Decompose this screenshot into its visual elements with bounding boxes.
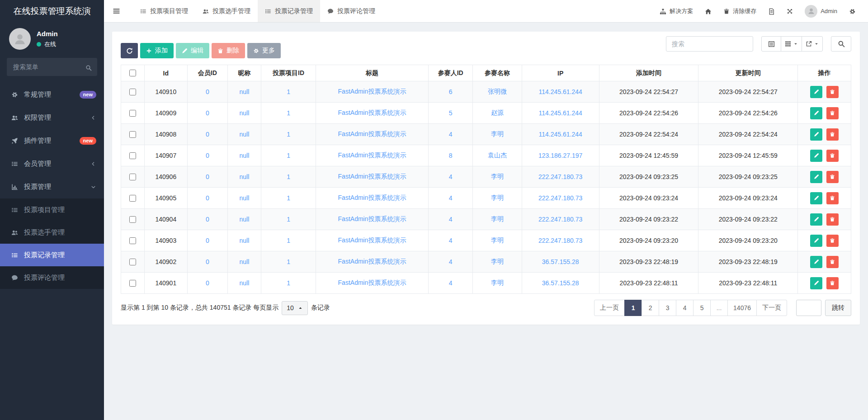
sidebar-item-vote[interactable]: 投票管理	[0, 175, 104, 198]
home-button[interactable]	[699, 0, 717, 23]
table-search-input[interactable]	[666, 36, 753, 52]
sidebar-item-vote-project[interactable]: 投票项目管理	[0, 198, 104, 221]
title-link[interactable]: FastAdmin投票系统演示	[338, 109, 406, 116]
row-edit-button[interactable]	[810, 213, 822, 226]
column-header-nickname[interactable]: 昵称	[227, 65, 261, 81]
row-checkbox[interactable]	[129, 110, 136, 117]
menu-search-input[interactable]	[7, 58, 97, 76]
title-link[interactable]: FastAdmin投票系统演示	[338, 279, 406, 286]
column-header-ip[interactable]: IP	[522, 65, 599, 81]
row-checkbox[interactable]	[129, 174, 136, 180]
row-edit-button[interactable]	[810, 150, 822, 162]
row-delete-button[interactable]	[826, 213, 839, 226]
select-all-header[interactable]	[121, 65, 145, 81]
row-checkbox[interactable]	[129, 152, 136, 159]
settings-button[interactable]	[843, 0, 862, 23]
sidebar-item-member[interactable]: 会员管理	[0, 152, 104, 175]
nickname-link[interactable]: null	[240, 173, 250, 180]
project-id-link[interactable]: 1	[287, 279, 290, 287]
project-id-link[interactable]: 1	[287, 131, 290, 138]
title-link[interactable]: FastAdmin投票系统演示	[338, 130, 406, 137]
row-delete-button[interactable]	[826, 171, 839, 183]
columns-button[interactable]	[781, 36, 802, 52]
row-edit-button[interactable]	[810, 277, 822, 289]
project-id-link[interactable]: 1	[287, 216, 290, 223]
sidebar-item-general[interactable]: 常规管理 new	[0, 83, 104, 106]
participant-name-link[interactable]: 李明	[491, 130, 504, 137]
tab-vote-project[interactable]: 投票项目管理	[133, 0, 195, 22]
page-button-last[interactable]: 14076	[727, 300, 757, 316]
nickname-link[interactable]: null	[240, 216, 250, 223]
participant-id-link[interactable]: 4	[449, 194, 453, 202]
next-page-button[interactable]: 下一页	[756, 300, 787, 316]
row-edit-button[interactable]	[810, 86, 822, 98]
refresh-button[interactable]	[121, 43, 138, 58]
row-edit-button[interactable]	[810, 171, 822, 183]
tab-vote-record[interactable]: 投票记录管理	[258, 0, 320, 22]
row-edit-button[interactable]	[810, 256, 822, 268]
sidebar-item-auth[interactable]: 权限管理	[0, 106, 104, 129]
row-checkbox[interactable]	[129, 259, 136, 265]
member-id-link[interactable]: 0	[206, 279, 209, 287]
fullscreen-button[interactable]	[781, 0, 799, 23]
member-id-link[interactable]: 0	[206, 258, 209, 265]
tab-vote-comment[interactable]: 投票评论管理	[320, 0, 382, 22]
docs-button[interactable]	[762, 0, 781, 23]
column-header-title[interactable]: 标题	[316, 65, 429, 81]
member-id-link[interactable]: 0	[206, 131, 209, 138]
participant-id-link[interactable]: 8	[449, 152, 453, 159]
column-header-id[interactable]: Id	[144, 65, 187, 81]
row-edit-button[interactable]	[810, 235, 822, 247]
column-header-project-id[interactable]: 投票项目ID	[261, 65, 316, 81]
nickname-link[interactable]: null	[240, 237, 250, 244]
jump-button[interactable]: 跳转	[825, 300, 851, 316]
nickname-link[interactable]: null	[240, 152, 250, 159]
row-delete-button[interactable]	[826, 277, 839, 289]
participant-name-link[interactable]: 张明微	[488, 88, 507, 95]
prev-page-button[interactable]: 上一页	[594, 300, 625, 316]
column-header-participant-name[interactable]: 参赛名称	[473, 65, 522, 81]
ip-link[interactable]: 114.245.61.244	[539, 88, 582, 95]
column-header-update-time[interactable]: 更新时间	[698, 65, 798, 81]
row-delete-button[interactable]	[826, 128, 839, 141]
ip-link[interactable]: 123.186.27.197	[538, 152, 582, 159]
title-link[interactable]: FastAdmin投票系统演示	[338, 173, 406, 180]
page-button-1[interactable]: 1	[624, 300, 642, 316]
participant-name-link[interactable]: 李明	[491, 173, 504, 180]
project-id-link[interactable]: 1	[287, 194, 290, 202]
nickname-link[interactable]: null	[240, 109, 250, 117]
participant-id-link[interactable]: 4	[449, 131, 453, 138]
ip-link[interactable]: 222.247.180.73	[538, 237, 582, 244]
participant-name-link[interactable]: 李明	[491, 236, 504, 244]
participant-id-link[interactable]: 4	[449, 258, 453, 265]
ip-link[interactable]: 114.245.61.244	[539, 131, 582, 138]
delete-button[interactable]: 删除	[212, 43, 245, 58]
more-button[interactable]: 更多	[247, 43, 281, 58]
project-id-link[interactable]: 1	[287, 237, 290, 244]
row-delete-button[interactable]	[826, 192, 839, 204]
participant-name-link[interactable]: 李明	[491, 279, 504, 286]
participant-id-link[interactable]: 4	[449, 237, 453, 244]
project-id-link[interactable]: 1	[287, 173, 290, 180]
project-id-link[interactable]: 1	[287, 109, 290, 117]
title-link[interactable]: FastAdmin投票系统演示	[338, 88, 406, 95]
row-checkbox[interactable]	[129, 216, 136, 223]
sidebar-item-vote-record[interactable]: 投票记录管理	[0, 244, 104, 266]
member-id-link[interactable]: 0	[206, 152, 209, 159]
sidebar-item-vote-comment[interactable]: 投票评论管理	[0, 266, 104, 289]
title-link[interactable]: FastAdmin投票系统演示	[338, 215, 406, 222]
title-link[interactable]: FastAdmin投票系统演示	[338, 236, 406, 244]
search-button[interactable]	[831, 36, 851, 52]
participant-name-link[interactable]: 赵源	[491, 109, 504, 116]
member-id-link[interactable]: 0	[206, 194, 209, 202]
page-size-dropdown[interactable]: 10	[282, 301, 308, 315]
ip-link[interactable]: 222.247.180.73	[538, 194, 582, 202]
participant-id-link[interactable]: 4	[449, 279, 453, 287]
project-id-link[interactable]: 1	[287, 152, 290, 159]
page-button-5[interactable]: 5	[693, 300, 711, 316]
row-edit-button[interactable]	[810, 128, 822, 141]
title-link[interactable]: FastAdmin投票系统演示	[338, 194, 406, 201]
row-checkbox[interactable]	[129, 195, 136, 202]
row-delete-button[interactable]	[826, 256, 839, 268]
edit-button[interactable]: 编辑	[176, 43, 209, 58]
